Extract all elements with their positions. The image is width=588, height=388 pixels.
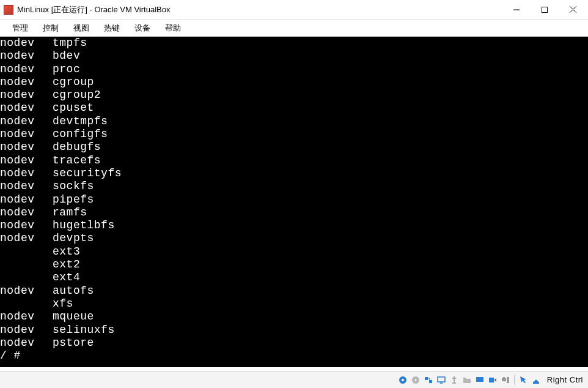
host-key-label: Right Ctrl [547, 375, 583, 384]
svg-rect-10 [438, 377, 445, 382]
audio-icon[interactable] [474, 375, 485, 386]
display-icon[interactable] [436, 375, 447, 386]
terminal-line: nodevautofs [0, 285, 588, 297]
menu-help[interactable]: 帮助 [158, 20, 188, 36]
app-icon [4, 5, 13, 15]
terminal-line: nodevdebugfs [0, 141, 588, 154]
maximize-button[interactable] [531, 1, 559, 19]
terminal-output[interactable]: nodevtmpfsnodevbdevnodevprocnodevcgroupn… [0, 37, 588, 367]
menubar: 管理 控制 视图 热键 设备 帮助 [0, 20, 588, 37]
menu-view[interactable]: 视图 [66, 20, 97, 36]
terminal-line: nodevcgroup2 [0, 89, 588, 102]
svg-point-7 [414, 379, 416, 381]
window-title: MinLinux [正在运行] - Oracle VM VirtualBox [17, 4, 502, 15]
clipboard-icon[interactable] [500, 375, 511, 386]
menu-manage[interactable]: 管理 [5, 20, 35, 36]
terminal-line: nodevbdev [0, 50, 588, 62]
terminal-line: ext4 [0, 271, 588, 284]
close-button[interactable] [559, 1, 587, 19]
network-icon[interactable] [423, 375, 434, 386]
terminal-line: nodevtracefs [0, 154, 588, 167]
menu-control[interactable]: 控制 [35, 20, 66, 36]
terminal-line: ext3 [0, 245, 588, 258]
terminal-line: nodevproc [0, 63, 588, 76]
svg-point-5 [402, 379, 404, 381]
terminal-line: nodevhugetlbfs [0, 219, 588, 232]
terminal-prompt[interactable]: / # [0, 349, 588, 362]
terminal-line: nodevsecurityfs [0, 167, 588, 180]
window-controls [502, 1, 587, 19]
svg-rect-1 [542, 7, 548, 12]
svg-rect-17 [533, 382, 539, 384]
svg-rect-16 [507, 377, 509, 383]
svg-rect-14 [502, 378, 506, 381]
menu-hotkey[interactable]: 热键 [97, 20, 127, 36]
terminal-line: nodevdevpts [0, 232, 588, 245]
terminal-line: nodevsockfs [0, 180, 588, 193]
terminal-line: nodevramfs [0, 206, 588, 219]
terminal-line: nodevtmpfs [0, 37, 588, 50]
minimize-button[interactable] [502, 1, 531, 19]
svg-rect-15 [503, 377, 505, 378]
hard-disk-icon[interactable] [397, 375, 408, 386]
status-separator [514, 375, 515, 385]
statusbar: Right Ctrl [0, 371, 588, 388]
terminal-line: nodevdevtmpfs [0, 115, 588, 128]
svg-rect-12 [476, 377, 483, 382]
svg-rect-8 [425, 377, 428, 380]
mouse-integration-icon[interactable] [518, 375, 529, 386]
terminal-line: nodevcpuset [0, 102, 588, 114]
shared-folder-icon[interactable] [461, 375, 472, 386]
terminal-line: nodevselinuxfs [0, 324, 588, 337]
svg-rect-13 [489, 378, 494, 382]
menu-devices[interactable]: 设备 [127, 20, 158, 36]
titlebar: MinLinux [正在运行] - Oracle VM VirtualBox [0, 0, 588, 20]
recording-icon[interactable] [487, 375, 498, 386]
terminal-line: ext2 [0, 258, 588, 271]
terminal-line: nodevpstore [0, 337, 588, 349]
terminal-line: nodevconfigfs [0, 128, 588, 141]
usb-icon[interactable] [449, 375, 460, 386]
terminal-line: xfs [0, 297, 588, 310]
terminal-line: nodevcgroup [0, 76, 588, 89]
terminal-line: nodevpipefs [0, 193, 588, 206]
terminal-line: nodevmqueue [0, 310, 588, 323]
keyboard-icon[interactable] [531, 375, 542, 386]
optical-disc-icon[interactable] [410, 375, 421, 386]
